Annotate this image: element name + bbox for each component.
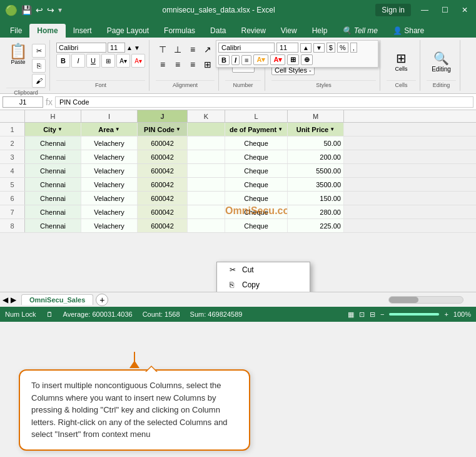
format-highlight-button[interactable]: A▾ <box>253 54 268 65</box>
cell-h3[interactable]: Chennai <box>25 150 81 163</box>
cell-l8[interactable]: Cheque <box>225 219 288 232</box>
cell-j7[interactable]: 600042 <box>138 205 188 218</box>
tab-tell-me[interactable]: 🔍 Tell me <box>335 24 385 38</box>
font-size-down-icon[interactable]: ▼ <box>134 44 140 51</box>
font-color-button[interactable]: A▾ <box>131 54 145 68</box>
tab-share[interactable]: 👤 Share <box>385 24 432 38</box>
cell-h6[interactable]: Chennai <box>25 192 81 205</box>
ctx-copy[interactable]: ⎘ Copy <box>217 277 310 292</box>
cell-i5[interactable]: Velachery <box>81 178 138 191</box>
cell-i2[interactable]: Velachery <box>81 136 138 150</box>
tab-file[interactable]: File <box>3 24 29 38</box>
cells-button[interactable]: ⊞ Cells <box>393 49 408 73</box>
cell-m7[interactable]: 280.00 <box>288 205 344 218</box>
font-size-up-icon[interactable]: ▲ <box>126 44 133 51</box>
cell-j3[interactable]: 600042 <box>138 150 188 163</box>
tab-help[interactable]: Help <box>305 24 335 38</box>
zoom-out-icon[interactable]: − <box>380 311 384 318</box>
cell-reference-box[interactable]: J1 <box>3 96 43 108</box>
zoom-slider[interactable] <box>389 313 439 316</box>
cell-h7[interactable]: Chennai <box>25 205 81 218</box>
cell-i7[interactable]: Velachery <box>81 205 138 218</box>
cell-j8[interactable]: 600042 <box>138 219 188 232</box>
bold-button[interactable]: B <box>56 54 70 68</box>
underline-button[interactable]: U <box>86 54 100 68</box>
view-page-break-icon[interactable]: ⊟ <box>370 311 375 319</box>
cell-k7[interactable] <box>188 205 225 218</box>
save-icon[interactable]: 💾 <box>21 5 32 15</box>
signin-button[interactable]: Sign in <box>375 4 411 16</box>
align-right-button[interactable]: ≡ <box>186 58 200 71</box>
cell-k3[interactable] <box>188 150 225 163</box>
cell-k4[interactable] <box>188 164 225 177</box>
cell-j6[interactable]: 600042 <box>138 192 188 205</box>
format-size-up[interactable]: ▲ <box>300 43 311 53</box>
cell-i6[interactable]: Velachery <box>81 192 138 205</box>
align-center-button[interactable]: ≡ <box>171 58 185 71</box>
paste-button[interactable]: 📋 Paste <box>6 43 30 66</box>
align-middle-button[interactable]: ⊥ <box>171 43 185 56</box>
cell-k6[interactable] <box>188 192 225 205</box>
cell-h4[interactable]: Chennai <box>25 164 81 177</box>
cell-h5[interactable]: Chennai <box>25 178 81 191</box>
editing-button[interactable]: 🔍 Editing <box>429 49 453 74</box>
format-size-down[interactable]: ▼ <box>313 43 325 53</box>
italic-button[interactable]: I <box>71 54 85 68</box>
close-icon[interactable]: ✕ <box>458 4 471 16</box>
text-rotate-button[interactable]: ↗ <box>201 43 215 56</box>
font-size-input[interactable] <box>108 43 125 53</box>
format-font-input[interactable] <box>218 43 275 53</box>
cell-j5[interactable]: 600042 <box>138 178 188 191</box>
prev-sheet-icon[interactable]: ◀ <box>3 295 8 304</box>
border-button[interactable]: ⊞ <box>101 54 115 68</box>
cell-i4[interactable]: Velachery <box>81 164 138 177</box>
cut-button[interactable]: ✂ <box>32 44 46 58</box>
cell-m3[interactable]: 200.00 <box>288 150 344 163</box>
cell-m6[interactable]: 150.00 <box>288 192 344 205</box>
tab-home[interactable]: Home <box>29 24 65 38</box>
cell-j4[interactable]: 600042 <box>138 164 188 177</box>
cell-m2[interactable]: 50.00 <box>288 136 344 150</box>
view-layout-icon[interactable]: ⊡ <box>359 311 365 319</box>
cell-h8[interactable]: Chennai <box>25 219 81 232</box>
copy-button[interactable]: ⎘ <box>32 59 46 73</box>
cell-l4[interactable]: Cheque <box>225 164 288 177</box>
format-percent[interactable]: % <box>337 43 348 53</box>
cell-i3[interactable]: Velachery <box>81 150 138 163</box>
font-name-input[interactable] <box>56 43 106 53</box>
view-normal-icon[interactable]: ▦ <box>348 311 354 319</box>
cell-j2[interactable]: 600042 <box>138 136 188 150</box>
align-top-button[interactable]: ⊤ <box>156 43 170 56</box>
cell-m8[interactable]: 225.00 <box>288 219 344 232</box>
format-dollar[interactable]: $ <box>327 43 335 53</box>
cell-k5[interactable] <box>188 178 225 191</box>
next-sheet-icon[interactable]: ▶ <box>11 295 16 304</box>
cell-l3[interactable]: Cheque <box>225 150 288 163</box>
tab-data[interactable]: Data <box>203 24 233 38</box>
tab-insert[interactable]: Insert <box>66 24 99 38</box>
undo-icon[interactable]: ↩ <box>36 5 43 15</box>
cell-h1[interactable]: City ▼ <box>25 123 81 136</box>
format-border-button[interactable]: ⊞ <box>287 54 299 65</box>
sheet-tab-omnisecu-sales[interactable]: OmniSecu_Sales <box>21 294 93 305</box>
formula-input[interactable] <box>55 96 473 108</box>
cell-m4[interactable]: 5500.00 <box>288 164 344 177</box>
format-italic-button[interactable]: I <box>231 55 240 65</box>
cell-l5[interactable]: Cheque <box>225 178 288 191</box>
cell-h2[interactable]: Chennai <box>25 136 81 150</box>
tab-view[interactable]: View <box>273 24 305 38</box>
format-font-color-button[interactable]: A▾ <box>270 54 285 65</box>
minimize-icon[interactable]: — <box>418 4 431 16</box>
cell-l7[interactable]: Cheque OmniSecu.com <box>225 205 288 218</box>
format-more-button[interactable]: ⊕ <box>301 54 313 65</box>
cell-k8[interactable] <box>188 219 225 232</box>
cell-i1[interactable]: Area ▼ <box>81 123 138 136</box>
format-bold-button[interactable]: B <box>218 55 230 65</box>
tab-formulas[interactable]: Formulas <box>156 24 203 38</box>
format-size-input[interactable] <box>276 43 298 53</box>
merge-button[interactable]: ⊞ <box>201 58 215 71</box>
cell-m1[interactable]: Unit Price ▼ <box>288 123 344 136</box>
format-align-button[interactable]: ≡ <box>241 55 251 65</box>
format-painter-button[interactable]: 🖌 <box>32 74 46 88</box>
ctx-cut[interactable]: ✂ Cut <box>217 262 310 277</box>
